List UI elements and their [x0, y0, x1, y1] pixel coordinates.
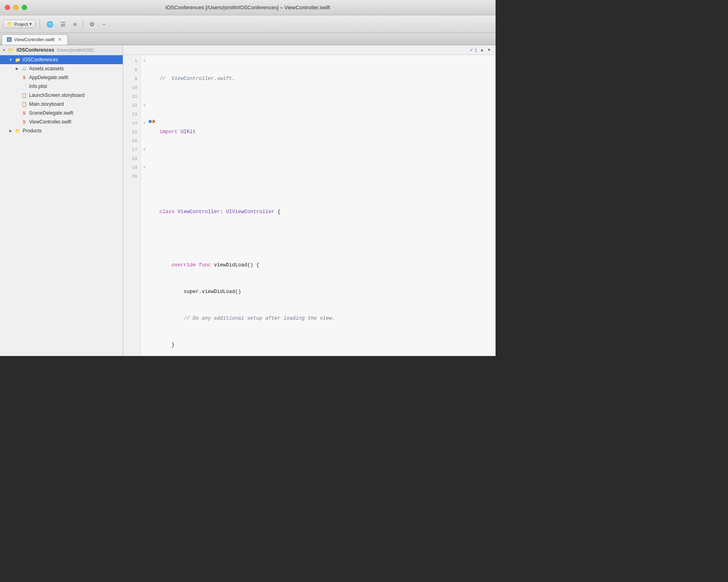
folder-icon: 📁: [15, 128, 21, 134]
code-line-8: [159, 101, 496, 110]
traffic-lights: [5, 5, 27, 10]
storyboard-icon: 📋: [21, 92, 27, 98]
sidebar-item-label: Products: [23, 128, 42, 134]
checkmark-icon: ✓: [469, 47, 473, 53]
project-button[interactable]: 📁 Project ▾: [3, 20, 36, 28]
viewcontroller-tab[interactable]: S ViewController.swift ✕: [2, 34, 68, 45]
breakpoint-indicator: [149, 120, 152, 123]
func-name: viewDidLoad() {: [214, 262, 259, 268]
sidebar-header[interactable]: ▾ 📁 iOSConferences /Users/jsmith/iOSC: [0, 45, 123, 55]
sidebar-item-label: ViewController.swift: [29, 119, 71, 125]
sidebar-item-viewcontroller[interactable]: S ViewController.swift: [0, 117, 123, 126]
code-line-9: import UIKit: [159, 128, 496, 136]
indent-list-button[interactable]: ☰: [58, 19, 68, 29]
nav-arrows: ▲ ▼: [479, 47, 492, 53]
gear-button[interactable]: ⚙: [87, 19, 97, 29]
sidebar-item-label: LaunchScreen.storyboard: [29, 92, 84, 98]
sidebar-item-label: Assets.xcassets: [29, 66, 64, 71]
swift-file-icon: S: [7, 37, 12, 42]
swift-icon: S: [21, 110, 27, 116]
storyboard-icon: 📋: [21, 101, 27, 107]
code-line-14: override func viewDidLoad() {: [159, 261, 496, 270]
type-viewcontroller: ViewController: [178, 209, 220, 215]
keyword-override: override: [172, 262, 196, 268]
maximize-button[interactable]: [22, 5, 27, 10]
bp-line-6: [148, 99, 156, 108]
sidebar-item-mainstoryboard[interactable]: 📋 Main.storyboard: [0, 100, 123, 109]
editor-toolbar: ✓ 1 ▲ ▼: [123, 45, 496, 55]
chevron-down-icon: ▾: [29, 21, 32, 27]
line-num-8: 14: [123, 119, 140, 128]
unindent-list-button[interactable]: ≡: [71, 19, 79, 29]
line-num-7: 13: [123, 110, 140, 119]
sidebar-item-label: Main.storyboard: [29, 101, 64, 107]
sidebar-item-label: Info.plist: [29, 84, 47, 89]
plist-icon: 📄: [21, 83, 27, 90]
sidebar-item-label: AppDelegate.swift: [29, 75, 68, 80]
issue-badge: ✓ 1: [469, 47, 477, 53]
minus-button[interactable]: −: [100, 19, 108, 29]
fold-marker-2: [141, 65, 148, 74]
project-group: 📁 Project ▾: [3, 20, 36, 28]
code-line-15: super.viewDidLoad(): [159, 287, 496, 296]
chevron-right-icon: ▶: [8, 129, 13, 133]
xcassets-icon: 🗂: [21, 65, 27, 72]
sidebar-item-iosconferences[interactable]: ▾ 📁 iOSConferences: [0, 55, 123, 64]
toolbar-separator-1: [40, 19, 40, 29]
type-uiviewcontroller: UIViewController: [226, 209, 274, 215]
nav-down-arrow[interactable]: ▼: [486, 47, 492, 53]
fold-marker-1[interactable]: ▽: [141, 57, 148, 65]
fold-marker-9: [141, 128, 148, 136]
titlebar: iOSConferences [/Users/jsmith/iOSConfere…: [0, 0, 496, 15]
bp-line-18: [148, 153, 156, 161]
fold-marker-12: [141, 154, 148, 163]
line-num-12: 18: [123, 154, 140, 163]
closing-brace-func: }: [172, 342, 175, 348]
line-num-10: 16: [123, 136, 140, 145]
fold-marker-13[interactable]: ▽: [141, 163, 148, 172]
toolbar-separator-2: [83, 19, 83, 29]
line-num-13: 19: [123, 163, 140, 172]
bp-line-20: [148, 170, 156, 179]
bp-line-4: [148, 82, 156, 90]
execution-arrow: [153, 119, 156, 124]
keyword-class: class: [159, 209, 175, 215]
sidebar-item-appdelegate[interactable]: S AppDelegate.swift: [0, 73, 123, 82]
fold-marker-8[interactable]: ▽: [141, 119, 148, 128]
bp-line-7: [148, 108, 156, 117]
tab-close-button[interactable]: ✕: [57, 37, 63, 42]
project-folder-icon: 📁: [8, 47, 14, 53]
editor: ✓ 1 ▲ ▼ 1 8 9 10 11 12 13 14 15 16 17: [123, 45, 496, 356]
fold-marker-14: [141, 172, 148, 181]
minimize-button[interactable]: [13, 5, 19, 10]
fold-marker-11[interactable]: ▽: [141, 145, 148, 154]
fold-marker-6[interactable]: ▽: [141, 101, 148, 110]
swift-icon: S: [21, 119, 27, 125]
code-area[interactable]: 1 8 9 10 11 12 13 14 15 16 17 18 19 20 ▽: [123, 55, 496, 356]
code-content[interactable]: // ViewController.swift… import UIKit cl…: [156, 55, 496, 356]
close-button[interactable]: [5, 5, 10, 10]
sidebar-item-products[interactable]: ▶ 📁 Products: [0, 126, 123, 135]
globe-icon-button[interactable]: 🌐: [44, 19, 56, 29]
sidebar: ▾ 📁 iOSConferences /Users/jsmith/iOSC ▾ …: [0, 45, 123, 356]
type-uikit: UIKit: [181, 129, 196, 135]
sidebar-item-launchscreen[interactable]: 📋 LaunchScreen.storyboard: [0, 91, 123, 100]
bp-line-2: [148, 64, 156, 73]
nav-up-arrow[interactable]: ▲: [479, 47, 485, 53]
line-num-2: 8: [123, 65, 140, 74]
comment-setup: // Do any additional setup after loading…: [184, 316, 335, 321]
sidebar-item-assets[interactable]: ▶ 🗂 Assets.xcassets: [0, 64, 123, 73]
plain-brace: {: [274, 209, 280, 215]
swift-icon: S: [21, 74, 27, 81]
fold-marker-3: [141, 74, 148, 83]
project-name: iOSConferences: [17, 47, 54, 53]
sidebar-item-infoplist[interactable]: 📄 Info.plist: [0, 82, 123, 91]
toolbar: 📁 Project ▾ 🌐 ☰ ≡ ⚙ −: [0, 15, 496, 33]
bp-line-15: [148, 126, 156, 135]
line-num-11: 17: [123, 145, 140, 154]
project-label: Project: [14, 22, 28, 27]
code-line-1: // ViewController.swift…: [159, 74, 496, 83]
bp-line-19: [148, 161, 156, 170]
bp-line-3: [148, 73, 156, 82]
sidebar-item-scenedelegate[interactable]: S SceneDelegate.swift: [0, 109, 123, 117]
